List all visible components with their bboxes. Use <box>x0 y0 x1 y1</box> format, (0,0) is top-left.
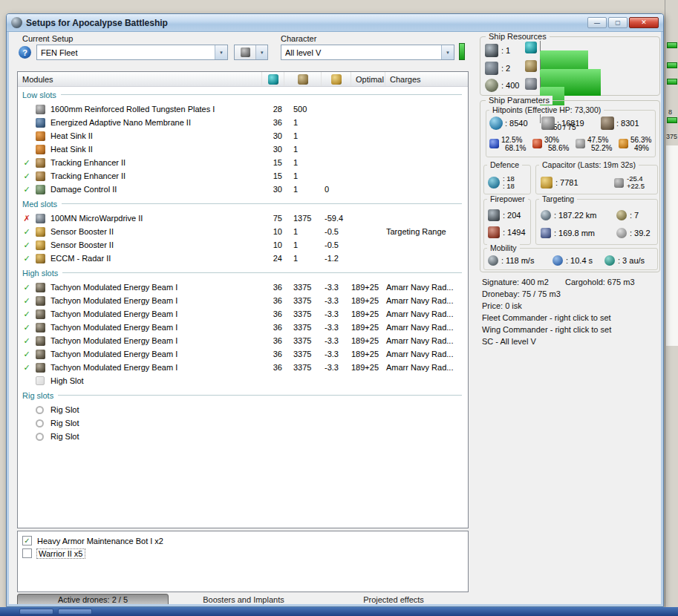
module-row[interactable]: High Slot <box>18 374 468 387</box>
module-row[interactable]: ✓Tachyon Modulated Energy Beam I363375-3… <box>18 334 468 347</box>
tab-boosters-and-implants[interactable]: Boosters and Implants <box>169 594 319 604</box>
module-charges-value: Amarr Navy Rad... <box>385 336 468 345</box>
module-row[interactable]: Rig Slot <box>18 430 468 443</box>
module-row[interactable]: ✓Tachyon Modulated Energy Beam I363375-3… <box>18 294 468 307</box>
module-row[interactable]: ✓ECCM - Radar II241-1.2 <box>18 252 468 265</box>
cargohold-stat: Cargohold: 675 m3 <box>565 278 635 286</box>
module-row[interactable]: ✓Tachyon Modulated Energy Beam I363375-3… <box>18 347 468 361</box>
rig-module-icon <box>36 419 44 427</box>
slot-group-header: Rig slots <box>18 387 468 403</box>
drone-label: Heavy Armor Maintenance Bot I x2 <box>37 537 163 545</box>
firepower-title: Firepower <box>487 194 528 203</box>
mwd-module-icon <box>36 214 45 223</box>
maximize-button[interactable]: ▢ <box>608 17 628 28</box>
shield-icon <box>489 117 503 130</box>
capacitor-column-icon <box>331 74 342 85</box>
column-modules[interactable]: Modules <box>18 72 262 86</box>
column-capacitor[interactable] <box>322 72 351 86</box>
module-cap-value: -3.3 <box>322 363 351 372</box>
mobility-title: Mobility <box>487 243 520 252</box>
turret-hardpoints-value: : 1 <box>501 46 510 55</box>
firepower-box: Firepower : 204 : 1494 <box>483 199 531 245</box>
column-charges[interactable]: Charges <box>385 72 468 86</box>
module-row[interactable]: ✗100MN MicroWarpdrive II751375-59.4 <box>18 212 468 225</box>
module-icon-cell <box>36 283 48 292</box>
help-icon[interactable]: ? <box>19 46 31 59</box>
warp-speed: : 3 au/s <box>604 255 645 266</box>
minimize-button[interactable]: — <box>587 17 607 28</box>
tracking-module-icon <box>36 171 45 181</box>
module-name: Tachyon Modulated Energy Beam I <box>48 283 262 292</box>
taskbar[interactable] <box>0 607 678 616</box>
drone-item[interactable]: Warrior II x5 <box>18 547 468 560</box>
module-powergrid-value: 1 <box>284 131 322 140</box>
module-cap-value: -0.5 <box>322 240 351 249</box>
module-icon-cell <box>36 214 48 223</box>
module-row[interactable]: ✓Tachyon Modulated Energy Beam I363375-3… <box>18 321 468 334</box>
modules-panel: Modules Optimal Charges Low slots1600mm … <box>17 71 469 528</box>
module-cpu-value: 10 <box>262 240 284 249</box>
damagecontrol-module-icon <box>36 185 45 194</box>
modules-table-header: Modules Optimal Charges <box>18 72 468 87</box>
tab-projected-effects[interactable]: Projected effects <box>319 594 469 604</box>
taskbar-button[interactable] <box>19 609 53 615</box>
module-name: 100MN MicroWarpdrive II <box>48 214 262 223</box>
drone-checkbox[interactable]: ✓ <box>22 536 32 545</box>
turret-hardpoints: : 1 <box>485 44 510 57</box>
sensor-strength-value: : 39.2 <box>630 229 651 237</box>
module-row[interactable]: ✓Tachyon Modulated Energy Beam I363375-3… <box>18 281 468 294</box>
setup-tools-arrow-icon[interactable]: ▼ <box>255 45 267 59</box>
drone-checkbox[interactable] <box>22 548 32 558</box>
module-row[interactable]: Heat Sink II301 <box>18 142 468 156</box>
module-icon-cell <box>36 419 48 427</box>
capacitor-balance: -25.4 +22.5 <box>614 175 645 190</box>
module-row[interactable]: ✓Tachyon Modulated Energy Beam I363375-3… <box>18 307 468 321</box>
character-combobox[interactable]: All level V ▼ <box>281 45 454 60</box>
module-row[interactable]: ✓Tachyon Modulated Energy Beam I363375-3… <box>18 361 468 374</box>
ship-resources-title: Ship Resources <box>486 32 550 41</box>
desktop: 8 375 Setups for Apocalypse Battleship —… <box>0 0 678 616</box>
firepower-value-1-row: : 204 <box>488 209 521 221</box>
module-row[interactable]: ✓Sensor Booster II101-0.5Targeting Range <box>18 225 468 238</box>
module-icon-cell <box>36 145 48 154</box>
thermal-damage-icon <box>532 139 542 148</box>
shield-hp: : 8540 <box>489 117 528 130</box>
calibration-icon <box>485 79 498 92</box>
price-stat: Price: 0 isk <box>482 301 522 310</box>
character-combobox-arrow-icon[interactable]: ▼ <box>441 45 454 59</box>
module-name: 1600mm Reinforced Rolled Tungsten Plates… <box>48 105 262 114</box>
module-powergrid-value: 1 <box>284 227 322 236</box>
titlebar[interactable]: Setups for Apocalypse Battleship — ▢ ✕ <box>7 14 663 32</box>
column-cpu[interactable] <box>262 72 284 86</box>
drone-item[interactable]: ✓Heavy Armor Maintenance Bot I x2 <box>18 534 468 547</box>
targeting-range-icon <box>541 210 551 220</box>
dronebay-stat: Dronebay: 75 / 75 m3 <box>482 289 561 298</box>
module-row[interactable]: ✓Tracking Enhancer II151 <box>18 169 468 183</box>
membrane-module-icon <box>36 118 45 128</box>
firepower-turret-icon <box>488 209 500 221</box>
setup-combobox[interactable]: FEN Fleet ▼ <box>36 45 228 60</box>
module-row[interactable]: ✓Damage Control II3010 <box>18 183 468 196</box>
module-row[interactable]: 1600mm Reinforced Rolled Tungsten Plates… <box>18 102 468 116</box>
module-row[interactable]: Rig Slot <box>18 416 468 430</box>
tachyon-module-icon <box>36 296 45 306</box>
module-cap-value: -3.3 <box>322 283 351 292</box>
max-targets: : 7 <box>616 210 639 220</box>
setup-tools-button[interactable]: ▼ <box>234 45 268 60</box>
explosive-resists: 56.3% 49% <box>619 136 651 152</box>
module-row[interactable]: ✓Sensor Booster II101-0.5 <box>18 238 468 252</box>
close-button[interactable]: ✕ <box>629 17 659 28</box>
status-ok-icon: ✓ <box>18 240 36 250</box>
module-row[interactable]: Energized Adaptive Nano Membrane II361 <box>18 116 468 129</box>
module-row[interactable]: Heat Sink II301 <box>18 129 468 142</box>
column-powergrid[interactable] <box>284 72 322 86</box>
tab-active-drones-2-5[interactable]: Active drones: 2 / 5 <box>17 594 169 604</box>
module-row[interactable]: Rig Slot <box>18 403 468 416</box>
column-optimal[interactable]: Optimal <box>351 72 385 86</box>
module-icon-cell <box>36 118 48 128</box>
explosive-armor-resist: 49% <box>634 144 651 152</box>
module-row[interactable]: ✓Tracking Enhancer II151 <box>18 156 468 169</box>
armor-hp: : 16819 <box>541 117 584 130</box>
setup-combobox-arrow-icon[interactable]: ▼ <box>215 45 227 59</box>
taskbar-button[interactable] <box>58 609 92 615</box>
